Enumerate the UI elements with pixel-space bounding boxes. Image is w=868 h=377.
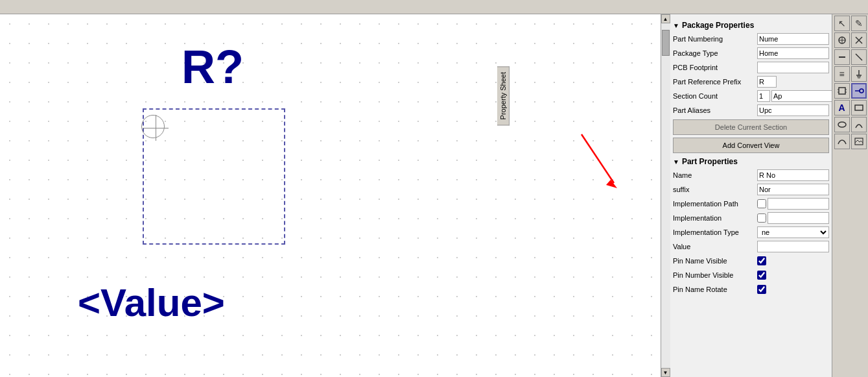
part-properties-header[interactable]: ▼ Part Properties	[673, 157, 829, 166]
impl-label: Implementation	[673, 214, 757, 222]
svg-rect-20	[855, 105, 863, 110]
impl-type-select[interactable]: ne	[757, 226, 829, 238]
part-ref-prefix-row: Part Reference Prefix	[673, 75, 829, 88]
pcb-footprint-input[interactable]	[757, 62, 829, 73]
toolbar-row-3	[834, 49, 867, 65]
part-numbering-input[interactable]	[757, 33, 829, 45]
crosshair	[143, 115, 169, 141]
suffix-row: suffix	[673, 183, 829, 196]
package-properties-title: Package Properties	[682, 21, 754, 30]
place-ellipse-button[interactable]	[834, 117, 850, 132]
add-no-connect-button[interactable]	[851, 32, 867, 48]
impl-path-checkbox[interactable]	[757, 199, 766, 208]
value-input[interactable]	[757, 241, 829, 252]
section-count-label: Section Count	[673, 92, 757, 100]
part-name-row: Name	[673, 169, 829, 182]
section-count-ap-input[interactable]	[771, 90, 832, 102]
place-part-button[interactable]	[834, 83, 850, 99]
part-numbering-row: Part Numbering	[673, 32, 829, 45]
part-aliases-row: Part Aliases	[673, 104, 829, 117]
select-tool-button[interactable]: ↖	[834, 16, 850, 31]
pin-name-rotate-row: Pin Name Rotate	[673, 283, 829, 296]
scroll-track[interactable]	[661, 23, 670, 368]
package-properties-header[interactable]: ▼ Package Properties	[673, 21, 829, 30]
main-area: R? <Value> ▲ ▼	[0, 14, 868, 377]
impl-checkbox[interactable]	[757, 213, 766, 223]
package-type-label: Package Type	[673, 49, 757, 57]
place-net-alias-button[interactable]: ≡	[834, 66, 850, 82]
r-label: R?	[182, 40, 244, 93]
pin-number-visible-row: Pin Number Visible	[673, 269, 829, 282]
part-name-label: Name	[673, 171, 757, 179]
toolbar-row-8	[834, 134, 867, 149]
toolbar-row-5	[834, 83, 867, 99]
place-text-button[interactable]: A	[834, 100, 850, 116]
part-name-input[interactable]	[757, 169, 829, 181]
toolbar-row-6: A	[834, 100, 867, 116]
suffix-input[interactable]	[757, 184, 829, 195]
pin-name-visible-label: Pin Name Visible	[673, 257, 757, 265]
part-collapse-triangle: ▼	[673, 158, 679, 165]
place-arc-button[interactable]	[851, 117, 867, 132]
add-convert-view-button[interactable]: Add Convert View	[673, 138, 829, 153]
part-ref-prefix-input[interactable]	[757, 76, 777, 88]
value-label: <Value>	[78, 280, 225, 325]
impl-type-label: Implementation Type	[673, 228, 757, 236]
pin-name-rotate-checkbox[interactable]	[757, 285, 766, 294]
right-toolbar: ↖ ✎ ≡	[832, 14, 868, 377]
impl-path-row: Implementation Path	[673, 197, 829, 210]
top-bar	[0, 0, 868, 14]
place-image-button[interactable]	[851, 134, 867, 149]
place-rectangle-button[interactable]	[851, 100, 867, 116]
pin-name-visible-checkbox[interactable]	[757, 256, 766, 265]
property-sheet-tab[interactable]: Property Sheet	[497, 66, 510, 125]
pcb-footprint-label: PCB Footprint	[673, 64, 757, 71]
suffix-label: suffix	[673, 186, 757, 193]
properties-panel: ▼ Package Properties Part Numbering Pack…	[670, 14, 832, 377]
impl-row: Implementation	[673, 212, 829, 225]
red-arrow-indicator	[569, 131, 620, 198]
place-pin-button[interactable]	[851, 83, 867, 99]
pin-name-rotate-label: Pin Name Rotate	[673, 286, 757, 293]
scroll-down-arrow[interactable]: ▼	[661, 368, 670, 377]
section-count-row: Section Count	[673, 90, 829, 103]
collapse-triangle: ▼	[673, 22, 679, 29]
draw-wire-button[interactable]: ✎	[851, 16, 867, 31]
pin-number-visible-checkbox[interactable]	[757, 271, 766, 280]
pcb-footprint-row: PCB Footprint	[673, 61, 829, 74]
properties-scroll-area[interactable]: ▼ Package Properties Part Numbering Pack…	[670, 14, 832, 377]
pin-number-visible-label: Pin Number Visible	[673, 271, 757, 279]
part-aliases-label: Part Aliases	[673, 106, 757, 114]
part-numbering-label: Part Numbering	[673, 35, 757, 43]
scroll-thumb[interactable]	[662, 30, 670, 56]
part-ref-prefix-label: Part Reference Prefix	[673, 78, 757, 86]
scroll-up-arrow[interactable]: ▲	[661, 14, 670, 23]
add-junction-button[interactable]	[834, 32, 850, 48]
package-type-input[interactable]	[757, 47, 829, 59]
section-count-input[interactable]	[757, 90, 770, 102]
impl-type-row: Implementation Type ne	[673, 226, 829, 239]
svg-point-21	[838, 122, 846, 127]
toolbar-row-4: ≡	[834, 66, 867, 82]
pin-name-visible-row: Pin Name Visible	[673, 254, 829, 267]
delete-section-button[interactable]: Delete Current Section	[673, 119, 829, 135]
impl-input[interactable]	[768, 212, 829, 224]
svg-line-0	[581, 134, 614, 183]
toolbar-row-2	[834, 32, 867, 48]
place-bus-entry-button[interactable]	[851, 49, 867, 65]
value-row: Value	[673, 240, 829, 253]
package-type-row: Package Type	[673, 47, 829, 60]
place-spline-button[interactable]	[834, 134, 850, 149]
value-label-prop: Value	[673, 243, 757, 250]
part-aliases-input[interactable]	[757, 104, 829, 116]
impl-path-label: Implementation Path	[673, 200, 757, 208]
place-bus-button[interactable]	[834, 49, 850, 65]
canvas-scrollbar[interactable]: ▲ ▼	[661, 14, 670, 377]
part-properties-title: Part Properties	[682, 157, 738, 166]
place-power-button[interactable]	[851, 66, 867, 82]
canvas-area[interactable]: R? <Value>	[0, 14, 661, 377]
canvas-wrapper: R? <Value> ▲ ▼	[0, 14, 670, 377]
toolbar-row-1: ↖ ✎	[834, 16, 867, 31]
impl-path-input[interactable]	[768, 198, 829, 210]
svg-marker-1	[606, 180, 617, 188]
